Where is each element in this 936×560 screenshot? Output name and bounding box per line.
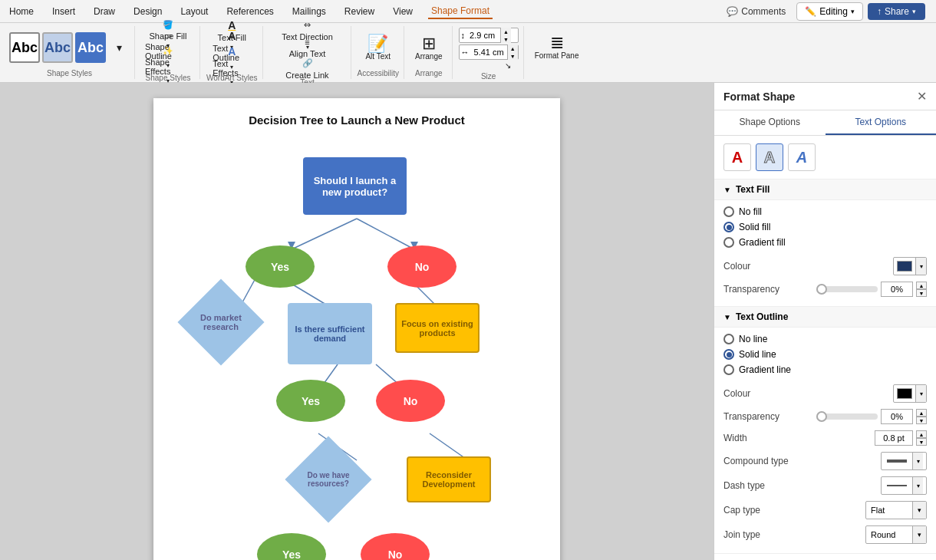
width-input[interactable]: 0.8 pt	[875, 430, 913, 446]
shape-style-2[interactable]: Abc	[42, 32, 73, 63]
text-fill-style-icon[interactable]: A	[723, 143, 751, 171]
height-spin-up[interactable]: ▲	[507, 44, 518, 52]
menu-mailings[interactable]: Mailings	[289, 5, 329, 18]
shape-no2[interactable]: No	[376, 380, 445, 422]
colour-dropdown-arrow[interactable]: ▾	[915, 258, 926, 275]
text-outline-header[interactable]: ▼ Text Outline	[714, 307, 936, 328]
shape-yes2[interactable]: Yes	[276, 380, 345, 422]
width-spin-up[interactable]: ▲	[500, 28, 511, 35]
transparency-thumb[interactable]	[816, 284, 827, 295]
shape-focus[interactable]: Focus on existing products	[395, 303, 480, 353]
more-styles-button[interactable]: ▾	[108, 28, 130, 68]
join-type-dropdown[interactable]: Round ▾	[865, 525, 927, 544]
no-fill-radio[interactable]	[723, 206, 734, 217]
shape-no3[interactable]: No	[361, 533, 430, 560]
tab-text-options[interactable]: Text Options	[826, 110, 937, 135]
shape-effects-button[interactable]: ✨ Shape Effects ▾	[141, 58, 195, 72]
menu-layout[interactable]: Layout	[177, 5, 211, 18]
width-spinners: ▲ ▼	[500, 28, 511, 43]
transparency-input[interactable]: 0%	[881, 282, 913, 297]
outline-radio-group: No line Solid line Gradient line	[723, 334, 927, 375]
text-fill-header[interactable]: ▼ Text Fill	[714, 180, 936, 200]
shape-resources-diamond[interactable]: Do we have resources?	[285, 436, 371, 522]
text-outline-style-icon[interactable]: A	[756, 143, 783, 171]
align-text-button[interactable]: ≡ Align Text ▾	[269, 44, 346, 60]
trans-spin-down[interactable]: ▼	[916, 289, 927, 297]
compound-type-button[interactable]: ▾	[881, 452, 927, 470]
menu-shape-format[interactable]: Shape Format	[428, 4, 493, 19]
join-type-arrow[interactable]: ▾	[912, 526, 926, 543]
editing-button[interactable]: ✏️ Editing ▾	[796, 2, 863, 21]
no-fill-row[interactable]: No fill	[723, 206, 927, 217]
menu-insert[interactable]: Insert	[49, 5, 78, 18]
size-more-button[interactable]: ↘	[497, 60, 519, 71]
close-button[interactable]: ✕	[917, 89, 927, 104]
outline-transparency-thumb[interactable]	[816, 411, 827, 422]
wordart-label: WordArt Styles	[206, 72, 258, 82]
gradient-line-row[interactable]: Gradient line	[723, 364, 927, 375]
comments-button[interactable]: 💬 Comments	[720, 3, 792, 20]
outline-transparency-slider[interactable]	[816, 413, 878, 420]
shape-reconsider[interactable]: Reconsider Development	[407, 456, 491, 502]
outline-trans-spin-down[interactable]: ▼	[916, 417, 927, 424]
outline-colour-arrow[interactable]: ▾	[915, 385, 926, 402]
outline-trans-spin-up[interactable]: ▲	[916, 409, 927, 417]
shape-market-diamond[interactable]: Do market research	[177, 278, 264, 365]
gradient-fill-radio[interactable]	[723, 237, 734, 248]
transparency-slider[interactable]	[816, 286, 878, 292]
dash-arrow[interactable]: ▾	[912, 477, 923, 494]
cap-type-value: Flat	[866, 504, 912, 516]
canvas-area[interactable]: Decision Tree to Launch a New Product	[0, 83, 714, 560]
arrange-button[interactable]: ⊞ Arrange	[410, 28, 447, 68]
document-title: Decision Tree to Launch a New Product	[169, 114, 545, 127]
menu-draw[interactable]: Draw	[91, 5, 118, 18]
menu-review[interactable]: Review	[341, 5, 377, 18]
solid-fill-row[interactable]: Solid fill	[723, 222, 927, 232]
width-spin-down2[interactable]: ▼	[916, 438, 927, 446]
outline-colour-button[interactable]: ▾	[893, 384, 927, 403]
menu-view[interactable]: View	[390, 5, 416, 18]
shape-yes1[interactable]: Yes	[246, 245, 315, 288]
alt-text-button[interactable]: 📝 Alt Text	[361, 28, 395, 68]
solid-fill-radio[interactable]	[723, 222, 734, 232]
no-line-radio[interactable]	[723, 334, 734, 344]
ribbon-group-alt: 📝 Alt Text Accessibility	[353, 26, 404, 79]
text-fill-section-label: Text Fill	[736, 184, 770, 195]
gradient-fill-row[interactable]: Gradient fill	[723, 237, 927, 248]
gradient-line-radio[interactable]	[723, 364, 734, 375]
menu-design[interactable]: Design	[130, 5, 165, 18]
shape-root[interactable]: Should I launch a new product?	[303, 157, 407, 215]
text-effects-style-icon[interactable]: A	[788, 143, 816, 171]
text-effects-button[interactable]: A Text Effects ▾	[209, 58, 255, 72]
outline-transparency-input[interactable]: 0%	[881, 409, 913, 424]
width-spin-down[interactable]: ▼	[500, 35, 511, 43]
dash-type-button[interactable]: ▾	[881, 476, 927, 495]
create-link-button[interactable]: 🔗 Create Link	[269, 61, 346, 77]
trans-spin-up[interactable]: ▲	[916, 282, 927, 289]
no-line-row[interactable]: No line	[723, 334, 927, 344]
format-pane-header: Format Shape ✕	[714, 83, 936, 110]
shape-no1[interactable]: No	[387, 245, 456, 288]
format-pane-button[interactable]: ≣ Format Pane	[530, 28, 584, 68]
width-spin-up2[interactable]: ▲	[916, 430, 927, 438]
compound-arrow[interactable]: ▾	[912, 453, 923, 469]
solid-line-radio[interactable]	[723, 349, 734, 360]
tab-shape-options[interactable]: Shape Options	[714, 110, 826, 135]
compound-type-label: Compound type	[723, 456, 789, 466]
text-outline-content: No line Solid line Gradient line Colour	[714, 328, 936, 554]
cap-type-dropdown[interactable]: Flat ▾	[865, 501, 927, 519]
cap-type-arrow[interactable]: ▾	[912, 502, 926, 519]
menu-home[interactable]: Home	[6, 5, 37, 18]
shape-style-1[interactable]: Abc	[9, 32, 40, 63]
height-spin-down[interactable]: ▼	[507, 52, 518, 60]
outline-colour-control: ▾	[893, 384, 927, 403]
share-button[interactable]: ↑ Share ▾	[868, 3, 925, 20]
shape-yes3[interactable]: Yes	[257, 533, 326, 560]
header-right: 💬 Comments ✏️ Editing ▾ ↑ Share ▾	[720, 2, 930, 21]
svg-rect-11	[887, 460, 907, 463]
colour-button[interactable]: ▾	[893, 257, 927, 275]
shape-style-3[interactable]: Abc	[75, 32, 106, 63]
shape-demand[interactable]: Is there sufficient demand	[288, 303, 372, 364]
menu-references[interactable]: References	[223, 5, 276, 18]
solid-line-row[interactable]: Solid line	[723, 349, 927, 360]
